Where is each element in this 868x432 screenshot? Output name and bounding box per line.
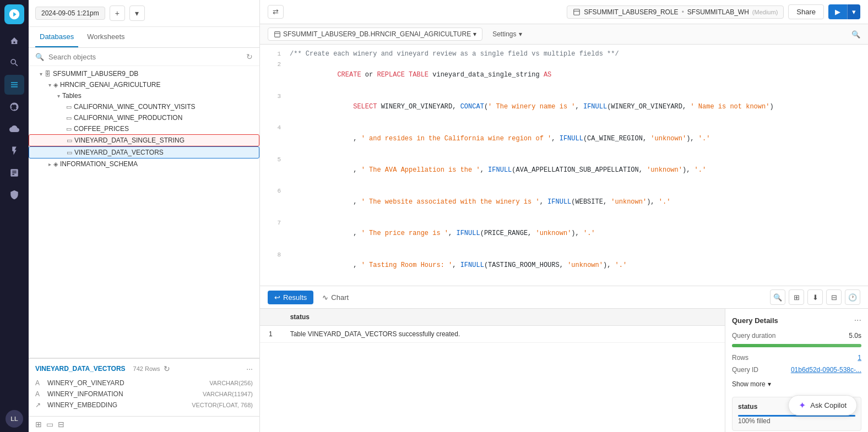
queryid-label: Query ID: [732, 366, 758, 374]
app-logo[interactable]: [4, 4, 24, 24]
tree-item-tables[interactable]: ▾ Tables: [29, 90, 259, 101]
nav-activity-icon[interactable]: [4, 97, 24, 117]
queryid-value[interactable]: 01b6d52d-0905-538c-...: [791, 366, 861, 374]
filter-label: status: [738, 403, 757, 411]
editor-bar: SFSUMMIT_LABUSER9_DB.HRNCIR_GENAI_AGRICU…: [260, 24, 868, 45]
tree-item-info-schema[interactable]: ▸ ◈ INFORMATION_SCHEMA: [29, 158, 259, 169]
nav-home-icon[interactable]: [4, 31, 24, 51]
icon-strip: LL: [0, 0, 29, 432]
role-badge: SFSUMMIT_LABUSER9_ROLE • SFSUMMITLAB_WH …: [567, 6, 784, 19]
split-button[interactable]: ⊟: [826, 289, 842, 305]
copilot-label: Ask Copilot: [810, 401, 847, 409]
string-type-icon: A: [35, 390, 43, 398]
tree-item-table-2[interactable]: ▭ CALIFORNIA_WINE_PRODUCTION: [29, 112, 259, 123]
download-button[interactable]: ⬇: [807, 289, 823, 305]
plus-icon: +: [115, 9, 120, 18]
results-content: status 1 Table VINEYARD_DATA_VECTORS suc…: [260, 309, 868, 432]
tab-results[interactable]: ↩ Results: [268, 291, 313, 304]
col-row-1: A WINERY_OR_VINEYARD VARCHAR(256): [35, 378, 253, 389]
tree-item-table-3[interactable]: ▭ COFFEE_PRICES: [29, 123, 259, 134]
filter-button[interactable]: ⇄: [268, 5, 284, 19]
nav-shield-icon[interactable]: [4, 185, 24, 205]
row-number-header: [260, 309, 281, 326]
qd-menu-icon[interactable]: ···: [854, 315, 861, 325]
filter-icon: ⇄: [273, 8, 279, 16]
vector-type-icon: ↗: [35, 401, 43, 409]
run-button[interactable]: ▶: [828, 4, 847, 19]
more-icon[interactable]: ···: [246, 364, 253, 373]
nav-search-icon[interactable]: [4, 53, 24, 73]
tree-item-table-5[interactable]: ▭ VINEYARD_DATA_VECTORS: [29, 146, 259, 158]
show-more-button[interactable]: Show more ▾: [732, 378, 771, 390]
code-line-8: 8 , ' Tasting Room Hours: ', IFNULL(TAST…: [260, 250, 868, 282]
warehouse-size: (Medium): [752, 9, 778, 15]
share-button[interactable]: Share: [788, 4, 824, 19]
code-line-5: 5 , ' The AVA Appellation is the ', IFNU…: [260, 155, 868, 187]
code-line-1: 1 /** Create each winery and vineyard re…: [260, 49, 868, 59]
nav-data-icon[interactable]: [4, 75, 24, 95]
layout-icon-2[interactable]: ▭: [46, 420, 53, 429]
warehouse-label: SFSUMMITLAB_WH: [687, 8, 749, 16]
duration-progress-fill: [732, 344, 861, 347]
refresh-icon[interactable]: ↻: [164, 364, 170, 373]
nav-lightning-icon[interactable]: [4, 141, 24, 161]
layout-icon-1[interactable]: ⊞: [35, 420, 42, 429]
col-name: WINERY_INFORMATION: [47, 390, 123, 398]
search-input[interactable]: [48, 53, 242, 61]
search-results-button[interactable]: 🔍: [770, 289, 785, 305]
nav-cloud-icon[interactable]: [4, 119, 24, 139]
chevron-down-icon: ▾: [768, 380, 771, 388]
breadcrumb-button[interactable]: SFSUMMIT_LABUSER9_DB.HRNCIR_GENAI_AGRICU…: [268, 28, 482, 41]
user-avatar[interactable]: LL: [6, 410, 23, 428]
col-name: WINERY_OR_VINEYARD: [47, 379, 124, 387]
tab-chart[interactable]: ∿ Chart: [316, 291, 355, 304]
results-toolbar: ↩ Results ∿ Chart 🔍 ⊞ ⬇ ⊟ 🕐: [260, 286, 868, 309]
refresh-button[interactable]: ↻: [246, 52, 253, 61]
chevron-down-icon: ▾: [57, 93, 60, 99]
rows-value[interactable]: 1: [858, 354, 861, 362]
status-value: Table VINEYARD_DATA_VECTORS successfully…: [281, 326, 725, 343]
tree-item-table-1[interactable]: ▭ CALIFORNIA_WINE_COUNTRY_VISITS: [29, 101, 259, 112]
datetime-badge[interactable]: 2024-09-05 1:21pm: [35, 7, 105, 20]
code-line-6: 6 , ' The website associated with the wi…: [260, 186, 868, 218]
chevron-down-icon: ▾: [135, 9, 139, 18]
columns-button[interactable]: ⊞: [789, 289, 804, 305]
ask-copilot-button[interactable]: ✦ Ask Copilot: [788, 395, 857, 415]
chevron-right-icon: ▸: [48, 161, 51, 167]
run-dropdown-button[interactable]: ▾: [847, 4, 860, 19]
col-type: VARCHAR(256): [209, 380, 253, 386]
col-row-3: ↗ WINERY_EMBEDDING VECTOR(FLOAT, 768): [35, 400, 253, 411]
tab-worksheets[interactable]: Worksheets: [83, 27, 129, 47]
table-icon: ▭: [67, 149, 72, 156]
tree-item-table-4[interactable]: ▭ VINEYARD_DATA_SINGLE_STRING: [29, 134, 259, 146]
table-icon: ▭: [66, 125, 72, 133]
tree-item-schema[interactable]: ▾ ◈ HRNCIR_GENAI_AGRICULTURE: [29, 79, 259, 90]
tab-databases[interactable]: Databases: [35, 27, 78, 47]
settings-chevron: ▾: [519, 30, 522, 38]
tree-item-db[interactable]: ▾ 🗄 SFSUMMIT_LABUSER9_DB: [29, 68, 259, 79]
toolbar-right: SFSUMMIT_LABUSER9_ROLE • SFSUMMITLAB_WH …: [567, 4, 860, 19]
string-type-icon: A: [35, 379, 43, 387]
status-header: status: [281, 309, 725, 326]
add-button[interactable]: +: [110, 6, 125, 21]
clock-button[interactable]: 🕐: [845, 289, 860, 305]
table-icon: ▭: [66, 114, 72, 122]
settings-label: Settings: [492, 30, 516, 38]
duration-value: 5.0s: [849, 332, 861, 340]
editor-search-icon[interactable]: 🔍: [851, 30, 860, 39]
svg-rect-1: [275, 31, 280, 37]
duration-progress-bar: [732, 344, 861, 347]
run-button-group: ▶ ▾: [828, 4, 860, 19]
dropdown-button[interactable]: ▾: [129, 6, 145, 21]
db-icon: [274, 31, 281, 38]
code-editor[interactable]: 1 /** Create each winery and vineyard re…: [260, 45, 868, 286]
settings-button[interactable]: Settings ▾: [488, 28, 526, 40]
chevron-down-icon: ▾: [852, 8, 856, 16]
play-icon: ▶: [835, 8, 840, 16]
qd-queryid-row: Query ID 01b6d52d-0905-538c-...: [732, 366, 861, 374]
code-line-7: 7 , ' The price range is ', IFNULL(PRICE…: [260, 218, 868, 250]
qd-duration-row: Query duration 5.0s: [732, 332, 861, 340]
layout-icon-3[interactable]: ⊟: [58, 420, 64, 429]
qd-rows-row: Rows 1: [732, 354, 861, 362]
nav-chart-icon[interactable]: [4, 163, 24, 183]
